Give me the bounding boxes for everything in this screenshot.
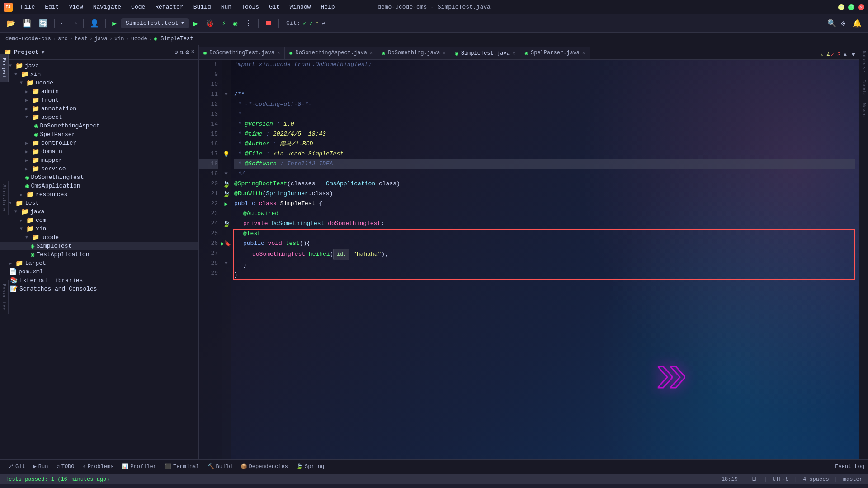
tree-item-CmsApplication[interactable]: ◉ CmsApplication xyxy=(0,182,198,190)
tree-item-TestApplication[interactable]: ◉ TestApplication xyxy=(0,250,198,259)
bottom-profiler-btn[interactable]: 📊 Profiler xyxy=(118,462,160,471)
status-line-ending[interactable]: LF xyxy=(752,476,758,483)
tab-DoSomethingAspect[interactable]: ◉ DoSomethingAspect.java ✕ xyxy=(285,47,377,59)
tree-item-resources[interactable]: ▶ 📁 resources xyxy=(0,190,198,199)
tree-item-admin[interactable]: ▶ 📁 admin xyxy=(0,87,198,96)
breadcrumb-item-src[interactable]: src xyxy=(58,36,68,42)
menu-git[interactable]: Git xyxy=(264,2,284,12)
menu-tools[interactable]: Tools xyxy=(237,2,264,12)
tab-close-btn[interactable]: ✕ xyxy=(370,50,373,56)
toolbar-profile-btn[interactable]: ◉ xyxy=(230,17,240,30)
project-settings-btn[interactable]: ⚙ xyxy=(185,48,189,56)
run-gutter-icon[interactable]: ▶ xyxy=(224,201,227,207)
toolbar-save-btn[interactable]: 💾 xyxy=(20,17,34,30)
sidebar-database-label[interactable]: Database xyxy=(860,49,867,74)
bottom-problems-btn[interactable]: ⚠ Problems xyxy=(79,462,118,471)
tree-item-DoSomethingTest[interactable]: ◉ DoSomethingTest xyxy=(0,173,198,182)
bottom-spring-btn[interactable]: 🍃 Spring xyxy=(292,462,328,471)
tab-close-btn[interactable]: ✕ xyxy=(513,51,515,56)
tab-close-btn[interactable]: ✕ xyxy=(582,50,585,56)
toolbar-run-btn[interactable]: ▶ xyxy=(190,17,201,30)
tree-item-annotation[interactable]: ▶ 📁 annotation xyxy=(0,104,198,113)
menu-run[interactable]: Run xyxy=(217,2,236,12)
bottom-run-btn[interactable]: ▶ Run xyxy=(30,462,52,471)
tree-item-xin2[interactable]: ▼ 📁 xin xyxy=(0,225,198,233)
project-locate-btn[interactable]: ⊕ xyxy=(174,48,178,56)
status-charset[interactable]: UTF-8 xyxy=(773,476,789,483)
close-button[interactable]: ✕ xyxy=(858,4,864,10)
tree-item-ucode[interactable]: ▼ 📁 ucode xyxy=(0,79,198,87)
menu-edit[interactable]: Edit xyxy=(40,2,63,12)
tree-item-ucode2[interactable]: ▼ 📁 ucode xyxy=(0,233,198,242)
tab-close-btn[interactable]: ✕ xyxy=(443,50,445,56)
bottom-build-btn[interactable]: 🔨 Build xyxy=(204,462,236,471)
toolbar-back-btn[interactable]: ← xyxy=(58,18,68,29)
tab-DoSomething[interactable]: ◉ DoSomething.java ✕ xyxy=(377,47,450,59)
menu-build[interactable]: Build xyxy=(189,2,216,12)
tab-scroll-up[interactable]: ▲ xyxy=(841,50,849,59)
breadcrumb-item-ucode[interactable]: ucode xyxy=(131,36,147,42)
tab-close-btn[interactable]: ✕ xyxy=(277,50,280,56)
bottom-todo-btn[interactable]: ☑ TODO xyxy=(52,462,78,471)
tree-item-java[interactable]: ▼ 📁 java xyxy=(0,61,198,70)
tree-item-controller[interactable]: ▶ 📁 controller xyxy=(0,139,198,147)
collapse-icon[interactable]: ▼ xyxy=(224,260,227,267)
tree-item-test-java[interactable]: ▼ 📁 java xyxy=(0,207,198,216)
toolbar-coverage-btn[interactable]: ⚡ xyxy=(219,17,229,30)
toolbar-more-btn[interactable]: ⋮ xyxy=(242,17,255,30)
tree-item-test[interactable]: ▼ 📁 test xyxy=(0,199,198,207)
breadcrumb-item-class[interactable]: ◉ SimpleTest xyxy=(154,35,193,42)
status-git-branch[interactable]: master xyxy=(843,476,863,483)
settings-button[interactable]: ⚙ xyxy=(838,17,848,30)
tree-item-mapper[interactable]: ▶ 📁 mapper xyxy=(0,156,198,164)
status-indent[interactable]: 4 spaces xyxy=(803,476,829,483)
tree-item-external-libs[interactable]: ▶ 📚 External Libraries xyxy=(0,276,198,285)
toolbar-forward-btn[interactable]: → xyxy=(70,18,80,29)
tree-item-DoSomethingAspect[interactable]: ◉ DoSomethingAspect xyxy=(0,122,198,130)
menu-code[interactable]: Code xyxy=(127,2,150,12)
tree-item-pom[interactable]: 📄 pom.xml xyxy=(0,267,198,276)
favorites-panel-btn[interactable]: Favorites xyxy=(0,280,9,314)
tree-item-com[interactable]: ▶ 📁 com xyxy=(0,216,198,225)
project-side-btn[interactable]: Project xyxy=(0,54,9,82)
tree-item-service[interactable]: ▶ 📁 service xyxy=(0,164,198,173)
toolbar-sync-btn[interactable]: 🔄 xyxy=(36,17,51,30)
tree-item-scratches[interactable]: ▶ 📝 Scratches and Consoles xyxy=(0,285,198,293)
menu-file[interactable]: File xyxy=(16,2,39,12)
tree-item-SpelParser[interactable]: ◉ SpelParser xyxy=(0,130,198,139)
breadcrumb-item-xin[interactable]: xin xyxy=(114,36,124,42)
toolbar-debug-btn[interactable]: 🐞 xyxy=(203,17,217,30)
tab-scroll-down[interactable]: ▼ xyxy=(850,50,857,59)
tree-item-front[interactable]: ▶ 📁 front xyxy=(0,96,198,104)
structure-panel-btn[interactable]: Structure xyxy=(0,181,9,215)
tab-SpelParser[interactable]: ◉ SpelParser.java ✕ xyxy=(520,47,590,59)
lightbulb-icon[interactable]: 💡 xyxy=(223,151,230,158)
tab-DoSomethingTest[interactable]: ◉ DoSomethingTest.java ✕ xyxy=(199,47,285,59)
search-button[interactable]: 🔍 xyxy=(827,19,836,28)
collapse-icon[interactable]: ▼ xyxy=(224,171,227,177)
tree-item-xin[interactable]: ▼ 📁 xin xyxy=(0,70,198,79)
notifications-button[interactable]: 🔔 xyxy=(850,17,864,30)
tree-item-target[interactable]: ▶ 📁 target xyxy=(0,259,198,267)
minimize-button[interactable]: ─ xyxy=(838,4,844,10)
sidebar-maven-label[interactable]: Maven xyxy=(860,101,867,118)
bottom-git-btn[interactable]: ⎇ Git xyxy=(4,462,29,471)
menu-refactor[interactable]: Refactor xyxy=(151,2,188,12)
project-dropdown-icon[interactable]: ▼ xyxy=(42,49,45,56)
toolbar-run-icon[interactable]: ▶ xyxy=(109,17,119,30)
run-spring-icon[interactable]: ▶ xyxy=(221,240,224,247)
menu-window[interactable]: Window xyxy=(285,2,316,12)
toolbar-open-btn[interactable]: 📂 xyxy=(4,17,18,30)
collapse-icon[interactable]: ▼ xyxy=(224,91,227,98)
tree-item-aspect[interactable]: ▼ 📁 aspect xyxy=(0,113,198,122)
event-log-btn[interactable]: Event Log xyxy=(835,464,864,470)
run-config-selector[interactable]: SimpleTest.test ▼ xyxy=(121,18,189,28)
menu-view[interactable]: View xyxy=(64,2,87,12)
menu-help[interactable]: Help xyxy=(316,2,339,12)
project-collapse-btn[interactable]: ⇅ xyxy=(180,48,184,56)
maximize-button[interactable]: □ xyxy=(848,4,854,10)
toolbar-user-btn[interactable]: 👤 xyxy=(87,17,102,30)
project-minimize-btn[interactable]: × xyxy=(191,48,195,56)
toolbar-stop-btn[interactable]: ⏹ xyxy=(262,17,275,29)
tree-item-domain[interactable]: ▶ 📁 domain xyxy=(0,147,198,156)
